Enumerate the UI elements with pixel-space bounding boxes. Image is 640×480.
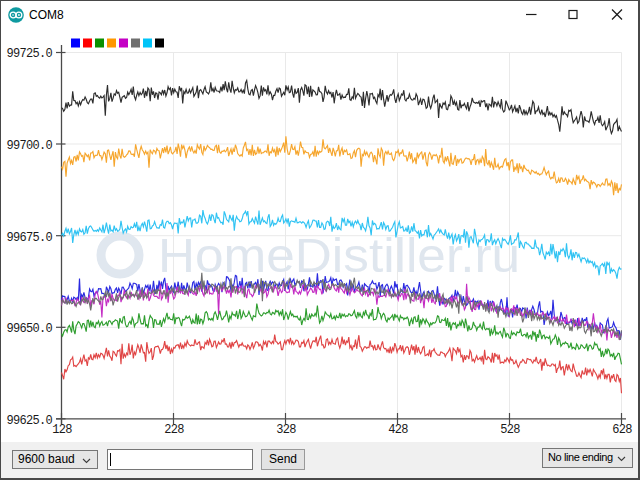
svg-text:99675.0: 99675.0 — [6, 231, 52, 245]
svg-text:99700.0: 99700.0 — [6, 139, 52, 153]
svg-text:628: 628 — [612, 423, 632, 437]
svg-text:99625.0: 99625.0 — [6, 414, 52, 428]
svg-text:128: 128 — [52, 423, 72, 437]
svg-text:528: 528 — [500, 423, 520, 437]
svg-text:99650.0: 99650.0 — [6, 322, 52, 336]
svg-text:328: 328 — [276, 423, 296, 437]
svg-text:228: 228 — [164, 423, 184, 437]
svg-text:99725.0: 99725.0 — [6, 47, 52, 61]
svg-text:428: 428 — [388, 423, 408, 437]
